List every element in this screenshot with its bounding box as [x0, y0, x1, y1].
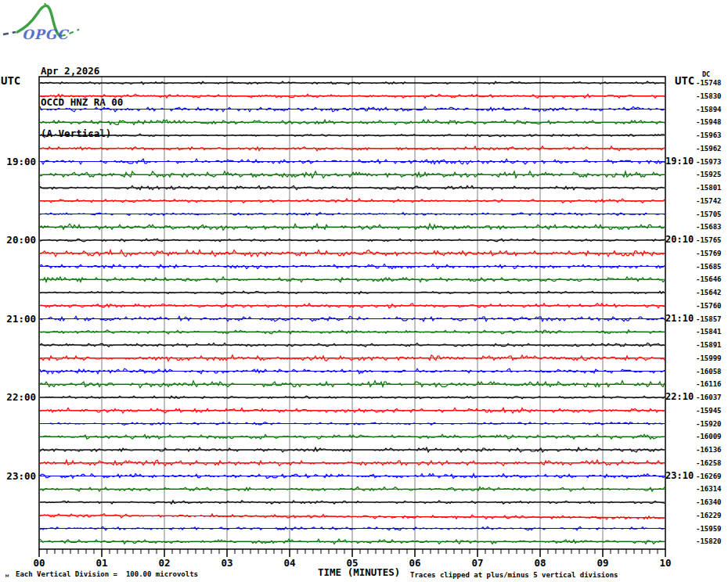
dc-offset-value: -16269	[696, 472, 722, 480]
x-tick-label: 04	[279, 557, 300, 569]
left-time-label: 22:00	[2, 391, 36, 403]
minute-gridlines	[102, 77, 603, 549]
dc-offset-value: -15999	[696, 354, 722, 362]
x-tick-label: 00	[29, 557, 49, 569]
helicorder-page: OPGC Apr 2,2026 OCCD HNZ RA 00 (A Vertic…	[0, 0, 728, 582]
right-time-label: 23:10	[665, 470, 694, 481]
dc-offset-value: -16314	[696, 485, 722, 493]
dc-offset-value: -16229	[696, 512, 722, 519]
x-tick-label: 02	[154, 557, 175, 569]
dc-offset-value: -15705	[696, 210, 722, 218]
dc-offset-value: -15963	[696, 131, 722, 139]
left-time-label: 21:00	[2, 313, 36, 325]
x-tick-label: 07	[467, 557, 488, 569]
dc-offset-value: -15962	[696, 145, 722, 153]
left-time-label: 23:00	[2, 470, 36, 482]
dc-offset-value: -15973	[696, 158, 722, 166]
dc-offset-value: -15748	[696, 79, 722, 87]
right-time-label: 22:10	[665, 391, 694, 402]
dc-offset-value: -15894	[696, 106, 722, 113]
right-time-label: 21:10	[665, 313, 694, 324]
dc-offset-value: -15920	[696, 420, 722, 428]
dc-offset-value: -15642	[696, 289, 722, 296]
dc-offset-value: -15769	[696, 250, 722, 257]
x-tick-label: 01	[92, 557, 112, 569]
dc-offset-value: -15948	[696, 118, 722, 126]
dc-offset-value: -15857	[696, 315, 722, 323]
left-time-label: 20:00	[2, 234, 36, 246]
footer-mark: м	[5, 573, 9, 579]
x-axis-title: TIME (MINUTES)	[318, 566, 400, 578]
dc-offset-value: -15683	[696, 223, 722, 231]
dc-offset-value: -15841	[696, 328, 722, 336]
dc-offset-value: -16258	[696, 459, 722, 467]
dc-offset-value: -16116	[696, 380, 722, 388]
dc-offset-value: -16037	[696, 393, 722, 401]
dc-offset-value: -15765	[696, 236, 722, 244]
dc-offset-value: -15959	[696, 525, 722, 533]
x-tick-label: 10	[655, 557, 676, 569]
helicorder-plot	[0, 0, 728, 582]
dc-offset-value: -15945	[696, 407, 722, 415]
dc-offset-value: -15742	[696, 197, 722, 205]
right-time-label: 20:10	[665, 234, 694, 245]
dc-offset-value: -15820	[696, 537, 722, 545]
dc-offset-value: -15760	[696, 302, 722, 310]
dc-offset-value: -15685	[696, 263, 722, 271]
dc-offset-value: -15801	[696, 184, 722, 192]
dc-offset-value: -15830	[696, 92, 722, 100]
clipping-note: Traces clipped at plus/minus 5 vertical …	[410, 571, 618, 579]
left-time-label: 19:00	[2, 156, 36, 167]
dc-offset-value: -15925	[696, 171, 722, 178]
x-tick-label: 09	[593, 557, 613, 569]
dc-offset-value: -16009	[696, 433, 722, 440]
x-tick-label: 06	[405, 557, 425, 569]
dc-offset-value: -16340	[696, 498, 722, 506]
x-tick-label: 03	[217, 557, 237, 569]
dc-offset-value: -16058	[696, 368, 722, 375]
x-tick-label: 08	[530, 557, 550, 569]
vertical-division-note: Each Vertical Division = 100.00 microvol…	[16, 570, 198, 578]
dc-offset-value: -16136	[696, 446, 722, 454]
right-time-label: 19:10	[665, 156, 694, 167]
dc-offset-value: -15891	[696, 341, 722, 349]
dc-offset-value: -15646	[696, 275, 722, 283]
